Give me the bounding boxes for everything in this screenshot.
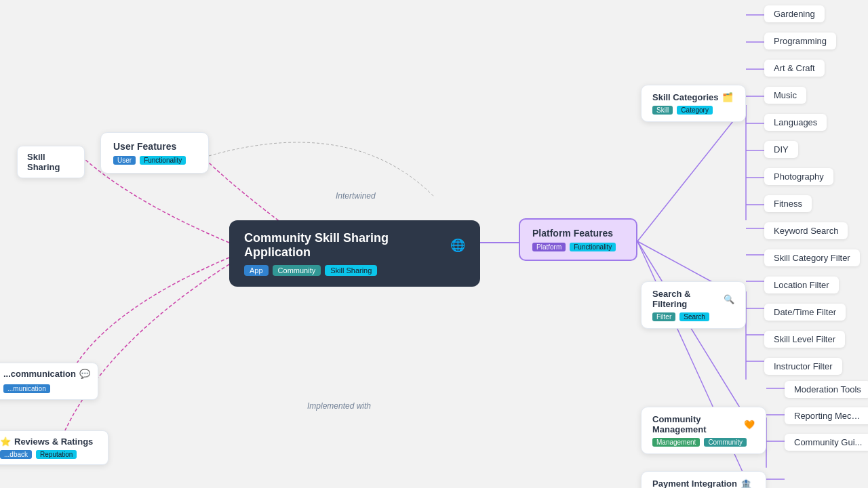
community-icon: 🧡: [744, 420, 755, 430]
communication-text: ...communication: [3, 369, 76, 379]
tag-skill-sharing: Skill Sharing: [325, 265, 377, 276]
leaf-keyword-search: Keyword Search: [764, 222, 848, 239]
leaf-moderation-tools: Moderation Tools: [785, 381, 868, 398]
search-icon: 🔍: [724, 294, 734, 304]
implemented-label: Implemented with: [307, 401, 371, 411]
svg-line-2: [637, 241, 746, 418]
stack-icon: 🗂️: [722, 92, 733, 102]
search-filtering-node[interactable]: Search & Filtering 🔍 Filter Search: [641, 281, 746, 329]
skill-cat-title: Skill Categories 🗂️: [652, 92, 734, 102]
leaf-reporting: Reporting Mecha...: [785, 407, 868, 424]
tag-category: Category: [677, 106, 713, 115]
tag-filter: Filter: [652, 312, 675, 321]
star-icon: ⭐: [0, 436, 11, 447]
search-title: Search & Filtering 🔍: [652, 289, 734, 309]
mind-map-canvas: Community Skill Sharing Application 🌐 Ap…: [0, 0, 868, 488]
intertwined-label: Intertwined: [336, 191, 376, 201]
reviews-tags: ...dback Reputation: [0, 450, 98, 459]
payment-title: Payment Integration 🏦: [652, 479, 755, 488]
tag-community: Community: [273, 265, 321, 276]
platform-title: Platform Features: [532, 228, 624, 239]
leaf-gardening: Gardening: [764, 5, 825, 22]
skill-cat-tags: Skill Category: [652, 106, 734, 115]
community-mgmt-title: Community Management 🧡: [652, 414, 755, 434]
leaf-location-filter: Location Filter: [764, 277, 839, 293]
communication-title: ...communication 💬: [3, 369, 88, 379]
skill-categories-node[interactable]: Skill Categories 🗂️ Skill Category: [641, 85, 746, 122]
globe-icon: 🌐: [450, 238, 465, 253]
tag-functionality: Functionality: [570, 243, 616, 251]
tag-management: Management: [652, 438, 700, 447]
communication-node[interactable]: ...communication 💬 ...munication: [0, 363, 98, 400]
tag-communication: ...munication: [3, 384, 50, 393]
leaf-programming: Programming: [764, 33, 836, 49]
community-mgmt-tags: Management Community: [652, 438, 755, 447]
reviews-title: ⭐ Reviews & Ratings: [0, 436, 98, 447]
central-title-text: Community Skill Sharing Application: [244, 231, 445, 260]
tag-feedback: ...dback: [0, 450, 32, 459]
tag-community-label: Community: [704, 438, 747, 447]
reviews-ratings-node[interactable]: ⭐ Reviews & Ratings ...dback Reputation: [0, 430, 108, 465]
leaf-fitness: Fitness: [764, 195, 812, 212]
search-tags: Filter Search: [652, 312, 734, 321]
central-title: Community Skill Sharing Application 🌐: [244, 231, 465, 260]
leaf-community-gui: Community Gui...: [785, 434, 868, 451]
tag-search: Search: [679, 312, 709, 321]
central-tags: App Community Skill Sharing: [244, 265, 465, 276]
leaf-diy: DIY: [764, 141, 798, 158]
skill-sharing-node[interactable]: Skill Sharing: [17, 146, 85, 178]
leaf-datetime-filter: Date/Time Filter: [764, 304, 846, 321]
leaf-languages: Languages: [764, 114, 827, 131]
leaf-skill-level-filter: Skill Level Filter: [764, 331, 845, 348]
community-management-node[interactable]: Community Management 🧡 Management Commun…: [641, 407, 766, 454]
leaf-photography: Photography: [764, 168, 833, 185]
user-features-node[interactable]: User Features User Functionality: [100, 132, 209, 174]
skill-sharing-title: Skill Sharing: [27, 152, 75, 172]
tag-platform: Platform: [532, 243, 566, 251]
platform-features-node[interactable]: Platform Features Platform Functionality: [519, 218, 637, 261]
chat-icon: 💬: [79, 369, 90, 379]
tag-user-functionality: Functionality: [140, 156, 186, 165]
tag-app: App: [244, 265, 269, 276]
tag-skill: Skill: [652, 106, 673, 115]
platform-tags: Platform Functionality: [532, 243, 624, 251]
tag-user: User: [113, 156, 136, 165]
user-tags: User Functionality: [113, 156, 196, 165]
leaf-art-craft: Art & Craft: [764, 60, 825, 77]
payment-integration-node[interactable]: Payment Integration 🏦: [641, 471, 766, 488]
leaf-music: Music: [764, 87, 806, 104]
central-node[interactable]: Community Skill Sharing Application 🌐 Ap…: [229, 220, 480, 287]
leaf-skill-category-filter: Skill Category Filter: [764, 249, 860, 266]
user-title: User Features: [113, 141, 196, 152]
svg-line-0: [637, 105, 746, 241]
payment-icon: 🏦: [741, 479, 751, 488]
tag-reputation: Reputation: [36, 450, 77, 459]
leaf-instructor-filter: Instructor Filter: [764, 358, 842, 375]
